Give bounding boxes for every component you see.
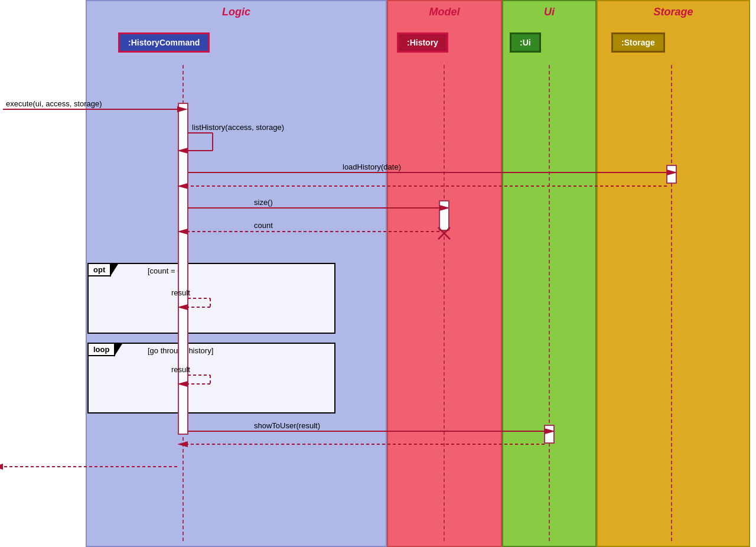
load-history-label: loadHistory(date) [343,162,401,171]
swimlane-ui: Ui [502,0,597,547]
ui-box: :Ui [510,32,541,53]
opt-label: opt [87,263,111,276]
execute-label: execute(ui, access, storage) [6,99,102,108]
list-history-label: listHistory(access, storage) [192,123,284,132]
storage-box: :Storage [611,32,665,53]
history-command-box: :HistoryCommand [118,32,210,53]
opt-result-label: result [171,288,190,297]
loop-result-label: result [171,365,190,374]
svg-marker-37 [0,464,3,470]
opt-fragment: opt [count = 0] [87,263,335,334]
history-box: :History [397,32,448,53]
loop-condition: [go through history] [148,346,213,355]
swimlane-storage: Storage [597,0,750,547]
swimlane-model: Model [387,0,502,547]
diagram-container: Logic Model Ui Storage :HistoryCommand :… [0,0,756,547]
model-header: Model [388,1,501,23]
opt-condition: [count = 0] [148,266,184,275]
size-label: size() [254,198,273,207]
loop-fragment: loop [go through history] [87,343,335,413]
storage-header: Storage [598,1,749,23]
logic-header: Logic [87,1,386,23]
loop-label: loop [87,343,115,356]
count-label: count [254,221,273,230]
svg-marker-38 [0,464,3,470]
show-to-user-label: showToUser(result) [254,421,320,430]
ui-header: Ui [503,1,595,23]
